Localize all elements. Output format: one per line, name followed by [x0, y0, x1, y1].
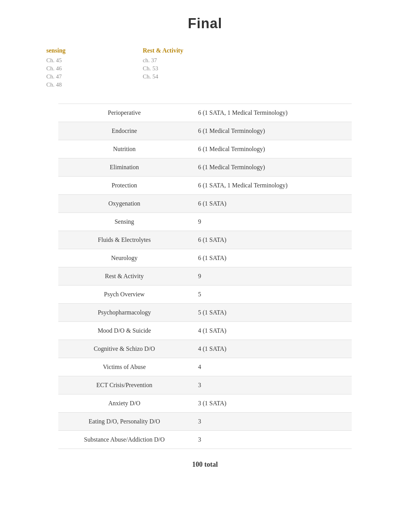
- detail-cell: 6 (1 SATA): [190, 195, 352, 213]
- topic-cell: Elimination: [58, 158, 190, 177]
- topic-cell: Eating D/O, Personality D/O: [58, 413, 190, 431]
- table-row: Mood D/O & Suicide4 (1 SATA): [58, 322, 352, 340]
- table-row: Fluids & Electrolytes6 (1 SATA): [58, 231, 352, 249]
- table-row: Elimination6 (1 Medical Terminology): [58, 158, 352, 177]
- topic-cell: Oxygenation: [58, 195, 190, 213]
- table-row: Victims of Abuse4: [58, 358, 352, 376]
- detail-cell: 5 (1 SATA): [190, 304, 352, 322]
- detail-cell: 6 (1 SATA): [190, 231, 352, 249]
- sensing-item-3: Ch. 47: [46, 73, 66, 80]
- rest-activity-item-2: Ch. 53: [143, 65, 183, 72]
- sensing-item-2: Ch. 46: [46, 65, 66, 72]
- topic-cell: ECT Crisis/Prevention: [58, 376, 190, 394]
- topic-cell: Anxiety D/O: [58, 394, 190, 413]
- topic-cell: Rest & Activity: [58, 267, 190, 286]
- detail-cell: 6 (1 SATA): [190, 249, 352, 267]
- detail-cell: 6 (1 Medical Terminology): [190, 158, 352, 177]
- topic-cell: Protection: [58, 177, 190, 195]
- topic-cell: Neurology: [58, 249, 190, 267]
- table-row: Rest & Activity9: [58, 267, 352, 286]
- table-row: Substance Abuse/Addiction D/O3: [58, 431, 352, 449]
- topic-cell: Endocrine: [58, 122, 190, 140]
- detail-cell: 3: [190, 431, 352, 449]
- topic-cell: Cognitive & Schizo D/O: [58, 340, 190, 358]
- page-title: Final: [23, 15, 387, 32]
- topic-cell: Perioperative: [58, 104, 190, 122]
- table-row: Nutrition6 (1 Medical Terminology): [58, 140, 352, 158]
- table-row: Anxiety D/O3 (1 SATA): [58, 394, 352, 413]
- detail-cell: 9: [190, 213, 352, 231]
- rest-activity-column: Rest & Activity ch. 37 Ch. 53 Ch. 54: [143, 47, 183, 88]
- detail-cell: 4 (1 SATA): [190, 322, 352, 340]
- detail-cell: 6 (1 SATA, 1 Medical Terminology): [190, 104, 352, 122]
- topic-cell: Fluids & Electrolytes: [58, 231, 190, 249]
- topic-cell: Nutrition: [58, 140, 190, 158]
- top-section: sensing Ch. 45 Ch. 46 Ch. 47 Ch. 48 Rest…: [23, 47, 387, 88]
- detail-cell: 3: [190, 413, 352, 431]
- table-row: Psych Overview5: [58, 286, 352, 304]
- topic-cell: Substance Abuse/Addiction D/O: [58, 431, 190, 449]
- topic-cell: Sensing: [58, 213, 190, 231]
- sensing-item-1: Ch. 45: [46, 57, 66, 64]
- footer-total: 100 total: [23, 461, 387, 469]
- sensing-item-4: Ch. 48: [46, 82, 66, 88]
- detail-cell: 4 (1 SATA): [190, 340, 352, 358]
- main-table: Perioperative6 (1 SATA, 1 Medical Termin…: [58, 104, 352, 449]
- rest-activity-heading: Rest & Activity: [143, 47, 183, 54]
- table-row: Eating D/O, Personality D/O3: [58, 413, 352, 431]
- detail-cell: 6 (1 SATA, 1 Medical Terminology): [190, 177, 352, 195]
- detail-cell: 3 (1 SATA): [190, 394, 352, 413]
- table-row: ECT Crisis/Prevention3: [58, 376, 352, 394]
- table-row: Endocrine6 (1 Medical Terminology): [58, 122, 352, 140]
- detail-cell: 6 (1 Medical Terminology): [190, 122, 352, 140]
- topic-cell: Victims of Abuse: [58, 358, 190, 376]
- table-row: Perioperative6 (1 SATA, 1 Medical Termin…: [58, 104, 352, 122]
- detail-cell: 6 (1 Medical Terminology): [190, 140, 352, 158]
- rest-activity-item-1: ch. 37: [143, 57, 183, 64]
- topic-cell: Psych Overview: [58, 286, 190, 304]
- detail-cell: 9: [190, 267, 352, 286]
- table-wrapper: Perioperative6 (1 SATA, 1 Medical Termin…: [23, 104, 387, 449]
- detail-cell: 3: [190, 376, 352, 394]
- topic-cell: Mood D/O & Suicide: [58, 322, 190, 340]
- table-row: Neurology6 (1 SATA): [58, 249, 352, 267]
- sensing-heading: sensing: [46, 47, 66, 54]
- table-row: Cognitive & Schizo D/O4 (1 SATA): [58, 340, 352, 358]
- detail-cell: 4: [190, 358, 352, 376]
- table-row: Sensing9: [58, 213, 352, 231]
- rest-activity-item-3: Ch. 54: [143, 73, 183, 80]
- table-row: Protection6 (1 SATA, 1 Medical Terminolo…: [58, 177, 352, 195]
- topic-cell: Psychopharmacology: [58, 304, 190, 322]
- table-row: Oxygenation6 (1 SATA): [58, 195, 352, 213]
- table-row: Psychopharmacology5 (1 SATA): [58, 304, 352, 322]
- detail-cell: 5: [190, 286, 352, 304]
- sensing-column: sensing Ch. 45 Ch. 46 Ch. 47 Ch. 48: [46, 47, 66, 88]
